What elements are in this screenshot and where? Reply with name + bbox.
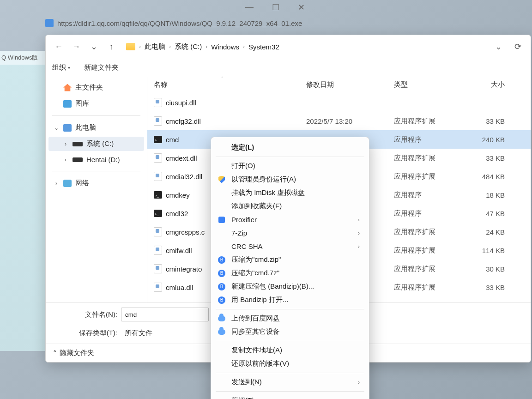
exe-icon [154, 210, 162, 217]
qq-icon [45, 19, 54, 27]
column-type[interactable]: 类型 [394, 80, 463, 89]
forward-button[interactable]: → [69, 39, 84, 54]
separator [216, 157, 364, 157]
dll-icon [154, 264, 162, 273]
installer-url: https://dldir1.qq.com/qqfile/qq/QQNT/Win… [57, 19, 302, 27]
file-type: 应用程序扩展 [394, 265, 463, 273]
file-size: 24 KB [463, 228, 505, 236]
bandizip-icon: B [218, 256, 225, 264]
dll-icon [154, 246, 162, 255]
dll-icon [154, 98, 162, 107]
ctx-imdisk[interactable]: 挂载为 ImDisk 虚拟磁盘 [211, 186, 369, 200]
file-row[interactable]: ciusupi.dll [147, 93, 531, 112]
disk-icon [73, 142, 83, 146]
file-size: 33 KB [463, 117, 505, 125]
ctx-bandizip-new[interactable]: B新建压缩包 (Bandizip)(B)... [211, 280, 369, 293]
breadcrumb-item[interactable]: 系统 (C:) [175, 42, 202, 51]
background-browser-body [0, 65, 46, 351]
column-name[interactable]: 名称 [154, 80, 306, 89]
breadcrumb-item[interactable]: Windows [211, 43, 239, 51]
sidebar-home[interactable]: 主文件夹 [48, 80, 144, 95]
breadcrumb[interactable]: › 此电脑 › 系统 (C:) › Windows › System32 [126, 42, 279, 51]
refresh-button[interactable]: ⟳ [510, 39, 525, 54]
column-size[interactable]: 大小 [463, 80, 505, 89]
ctx-open[interactable]: 打开(O) [211, 159, 369, 173]
ctx-7zip[interactable]: 7-Zip› [211, 226, 369, 240]
dll-icon [154, 116, 162, 126]
file-name: cmdl32 [166, 210, 188, 218]
column-date[interactable]: 修改日期 [306, 80, 394, 89]
sidebar-drive-c[interactable]: ›系统 (C:) [48, 137, 144, 151]
hide-folders-toggle[interactable]: ˄隐藏文件夹 [53, 349, 94, 357]
breadcrumb-item[interactable]: System32 [248, 43, 279, 51]
ctx-sync[interactable]: 同步至其它设备 [211, 325, 369, 339]
chevron-right-icon: › [139, 43, 141, 50]
file-date: 2022/5/7 13:20 [306, 117, 394, 125]
file-name: cmdkey [166, 191, 190, 199]
filename-input[interactable] [121, 308, 209, 321]
sidebar-network[interactable]: ›网络 [48, 176, 144, 190]
ctx-restore-versions[interactable]: 还原以前的版本(V) [211, 357, 369, 370]
ctx-run-as-admin[interactable]: 以管理员身份运行(A) [211, 173, 369, 186]
bandizip-icon: B [218, 296, 225, 304]
toolbar: 组织▾ 新建文件夹 [46, 58, 531, 77]
back-button[interactable]: ← [51, 39, 66, 54]
background-browser-tab: Q Windows版 [0, 51, 46, 65]
file-type: 应用程序扩展 [394, 154, 463, 163]
savetype-select[interactable]: 所有文件 [121, 326, 209, 340]
file-name: cmifw.dll [166, 247, 192, 254]
ctx-baidu-upload[interactable]: 上传到百度网盘 [211, 312, 369, 325]
chevron-right-icon: › [243, 43, 245, 50]
exe-icon [154, 136, 162, 143]
submenu-arrow-icon: › [358, 379, 360, 386]
file-type: 应用程序 [394, 191, 463, 200]
proxifier-icon [218, 217, 225, 223]
organize-button[interactable]: 组织▾ [52, 63, 70, 72]
sidebar-pictures[interactable]: 图库 [48, 97, 144, 111]
chevron-right-icon: › [206, 43, 207, 50]
ctx-proxifier[interactable]: Proxifier› [211, 213, 369, 226]
file-type: 应用程序 [394, 135, 463, 144]
file-size: 33 KB [463, 284, 505, 291]
ctx-select[interactable]: 选定(L) [211, 141, 369, 154]
ctx-cut[interactable]: 剪切(T) [211, 394, 369, 399]
separator [216, 373, 364, 373]
file-size: 484 KB [463, 173, 505, 181]
ctx-compress-7z[interactable]: B压缩为"cmd.7z" [211, 266, 369, 280]
separator [216, 309, 364, 309]
file-row[interactable]: cmcfg32.dll2022/5/7 13:20应用程序扩展33 KB [147, 112, 531, 130]
folder-icon [126, 43, 135, 50]
ctx-crc-sha[interactable]: CRC SHA› [211, 240, 369, 253]
divider [52, 115, 140, 116]
chevron-right-icon: › [169, 43, 171, 50]
pictures-icon [63, 100, 72, 108]
ctx-bandizip-open[interactable]: B用 Bandizip 打开... [211, 293, 369, 307]
ctx-favorites[interactable]: 添加到收藏夹(F) [211, 200, 369, 213]
dropdown-icon[interactable]: ⌄ [491, 39, 506, 54]
file-name: cmlua.dll [166, 284, 193, 291]
file-name: cmdext.dll [166, 154, 197, 162]
ctx-copy-path[interactable]: 复制文件地址(A) [211, 344, 369, 357]
file-name: cmintegrato [166, 265, 202, 273]
installer-titlebar: https://dldir1.qq.com/qqfile/qq/QQNT/Win… [45, 16, 461, 30]
file-name: cmgrcspps.c [166, 228, 205, 236]
breadcrumb-item[interactable]: 此电脑 [145, 42, 165, 51]
submenu-arrow-icon: › [358, 216, 360, 223]
dll-icon [154, 283, 162, 292]
file-size: 240 KB [463, 136, 505, 144]
recent-dropdown[interactable]: ⌄ [86, 39, 101, 54]
dll-icon [154, 172, 162, 181]
sidebar: 主文件夹 图库 ⌄此电脑 ›系统 (C:) ›Hentai (D:) ›网络 [46, 77, 147, 302]
ctx-send-to[interactable]: 发送到(N)› [211, 375, 369, 389]
cloud-icon [218, 329, 225, 335]
bandizip-icon: B [218, 283, 225, 290]
sort-indicator-icon: ˄ [221, 77, 224, 81]
separator [216, 341, 364, 341]
sidebar-thispc[interactable]: ⌄此电脑 [48, 121, 144, 135]
nav-row: ← → ⌄ ↑ › 此电脑 › 系统 (C:) › Windows › Syst… [46, 35, 531, 58]
new-folder-button[interactable]: 新建文件夹 [84, 63, 119, 72]
ctx-compress-zip[interactable]: B压缩为"cmd.zip" [211, 253, 369, 266]
up-button[interactable]: ↑ [104, 39, 119, 54]
sidebar-drive-d[interactable]: ›Hentai (D:) [48, 153, 144, 166]
shield-icon [218, 176, 225, 183]
